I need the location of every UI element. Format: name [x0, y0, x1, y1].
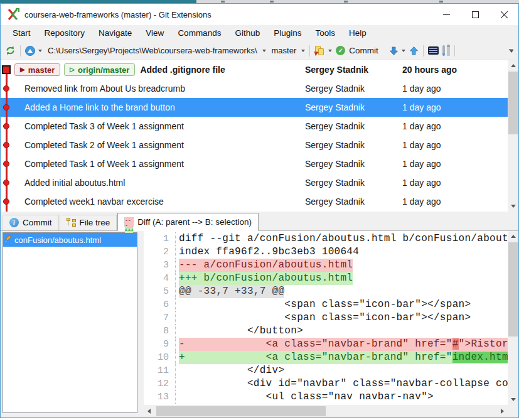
diff-line-text: - <a class="navbar-brand" href="#">Risto…	[179, 338, 508, 351]
push-up-arrow-icon	[409, 46, 419, 56]
close-icon	[500, 11, 508, 19]
code-segment: <span class="icon-bar"></span>	[179, 312, 471, 323]
background-decoration	[270, 1, 274, 3]
commit-row[interactable]: Added a Home link to the brand buttonSer…	[1, 98, 518, 117]
chevron-down-icon	[402, 50, 405, 52]
diff-line: 13 <ul class="nav navbar-nav">	[144, 390, 508, 404]
git-extensions-logo-icon	[7, 8, 19, 21]
toolbar-separator	[20, 45, 21, 57]
menu-item-repository[interactable]: Repository	[38, 25, 92, 41]
minimize-button[interactable]	[432, 4, 461, 25]
commit-row[interactable]: Removed link from About Us breadcrumbSer…	[1, 79, 518, 98]
toolbar-overflow-button[interactable]	[506, 48, 516, 54]
code-segment: index ffa96f2..9bc3eb3 100644	[179, 246, 359, 257]
commit-date: 1 day ago	[402, 140, 508, 150]
commit-history-list: ▶master▷origin/masterAdded .gitignore fi…	[1, 60, 518, 212]
commit-message-cell: Removed link from About Us breadcrumb	[1, 83, 305, 94]
scroll-left-button[interactable]	[144, 405, 154, 417]
diff-code: </div>	[175, 364, 508, 377]
branch-label-origin-master[interactable]: ▷origin/master	[64, 63, 135, 76]
menu-item-navigate[interactable]: Navigate	[92, 25, 139, 41]
close-button[interactable]	[490, 4, 518, 25]
line-number: 9	[144, 338, 175, 351]
line-number: 12	[144, 377, 175, 390]
branch-selector[interactable]: master	[268, 45, 308, 57]
commit-graph-node	[2, 65, 11, 74]
menu-item-help[interactable]: Help	[342, 25, 373, 41]
scroll-up-button[interactable]	[508, 231, 518, 242]
scrollbar-thumb[interactable]	[508, 242, 518, 337]
overflow-icon	[509, 49, 513, 50]
diff-code: <span class="icon-bar"></span>	[175, 311, 508, 325]
diff-line: 2index ffa96f2..9bc3eb3 100644	[144, 245, 508, 259]
commit-row[interactable]: Completed week1 navbar excerciseSergey S…	[1, 192, 518, 211]
diff-code: index ffa96f2..9bc3eb3 100644	[175, 245, 508, 259]
toolbar-separator	[423, 45, 424, 57]
commit-message-cell: Added initial aboutus.html	[1, 178, 305, 188]
file-item-confusion-aboutus-html[interactable]: conFusion/aboutus.html	[3, 233, 137, 247]
diff-line: 9- <a class="navbar-brand" href="#">Rist…	[144, 338, 508, 351]
diff-code: --- a/conFusion/aboutus.html	[175, 259, 508, 272]
tab-file[interactable]: File tree	[60, 215, 117, 230]
commit-row[interactable]: ▶master▷origin/masterAdded .gitignore fi…	[1, 60, 518, 79]
diff-line: 7 <span class="icon-bar"></span>	[144, 311, 508, 325]
scrollbar-thumb[interactable]	[156, 406, 326, 416]
diff-line-text: <span class="icon-bar"></span>	[179, 311, 471, 325]
code-segment: <span class="icon-bar"></span>	[179, 299, 471, 310]
commit-graph-node	[3, 161, 9, 167]
maximize-icon	[472, 11, 479, 18]
background-decoration	[344, 1, 348, 3]
browse-repository-button[interactable]	[23, 45, 44, 57]
commit-row[interactable]: Completed Task 2 of Week 1 assignmentSer…	[1, 136, 518, 154]
commit-date: 1 day ago	[402, 121, 508, 131]
push-button[interactable]	[407, 45, 420, 57]
commit-author: Sergey Stadnik	[305, 140, 402, 150]
menu-item-github[interactable]: Github	[228, 25, 267, 41]
diff-line-text: --- a/conFusion/aboutus.html	[179, 259, 353, 272]
diff-horizontal-scrollbar[interactable]	[144, 405, 508, 417]
menu-item-start[interactable]: Start	[6, 25, 38, 41]
diff-code: </button>	[175, 325, 508, 338]
line-number: 13	[144, 390, 175, 404]
diff-code: <ul class="nav navbar-nav">	[175, 390, 508, 404]
scroll-down-button[interactable]	[508, 394, 518, 405]
commit-message: Added .gitignore file	[140, 65, 225, 75]
menu-item-commands[interactable]: Commands	[171, 25, 228, 41]
tab-commit[interactable]: iCommit	[3, 215, 59, 230]
stash-button[interactable]	[313, 45, 334, 57]
commit-graph-node	[3, 142, 9, 148]
commit-row[interactable]: Added initial aboutus.htmlSergey Stadnik…	[1, 173, 518, 192]
diff-code: @@ -33,7 +33,7 @@	[175, 285, 508, 298]
commit-date: 20 hours ago	[402, 65, 508, 75]
scrollbar-thumb[interactable]	[508, 72, 518, 134]
commit-row[interactable]: Completed Task 1 of Week 1 assignmentSer…	[1, 154, 518, 173]
scroll-up-button[interactable]	[508, 60, 518, 71]
tab-diff[interactable]: ---+++Diff (A: parent --> B: selection)	[117, 213, 259, 231]
menu-item-view[interactable]: View	[139, 25, 171, 41]
menu-item-plugins[interactable]: Plugins	[267, 25, 308, 41]
commit-button[interactable]: ✓ Commit	[334, 45, 382, 57]
settings-button[interactable]	[441, 45, 452, 57]
commit-row[interactable]: Completed Task 3 of Week 1 assignmentSer…	[1, 117, 518, 136]
repository-path-selector[interactable]: C:\Users\Sergey\Projects\Web\coursera-we…	[44, 45, 268, 57]
diff-vertical-scrollbar[interactable]	[508, 231, 518, 405]
menu-item-tools[interactable]: Tools	[308, 25, 342, 41]
tab-label: Diff (A: parent --> B: selection)	[137, 217, 252, 227]
git-console-button[interactable]	[426, 45, 441, 56]
branch-label-master[interactable]: ▶master	[14, 63, 60, 76]
diff-icon: ---+++	[124, 217, 134, 227]
commit-author: Sergey Stadnik	[305, 83, 402, 94]
background-decoration	[221, 1, 225, 3]
commit-list-scrollbar[interactable]	[508, 60, 518, 212]
scroll-right-button[interactable]	[497, 405, 508, 417]
pull-button[interactable]	[387, 45, 407, 57]
commit-check-icon: ✓	[336, 46, 345, 55]
menu-bar: StartRepositoryNavigateViewCommandsGithu…	[1, 25, 518, 41]
maximize-button[interactable]	[461, 4, 490, 25]
commit-message-cell: Completed Task 2 of Week 1 assignment	[1, 140, 305, 150]
toolbar-separator	[454, 45, 455, 57]
refresh-button[interactable]	[3, 44, 18, 57]
commit-author: Sergey Stadnik	[305, 102, 402, 112]
diff-viewer: 1diff --git a/conFusion/aboutus.html b/c…	[144, 231, 518, 417]
scroll-down-button[interactable]	[508, 201, 518, 212]
